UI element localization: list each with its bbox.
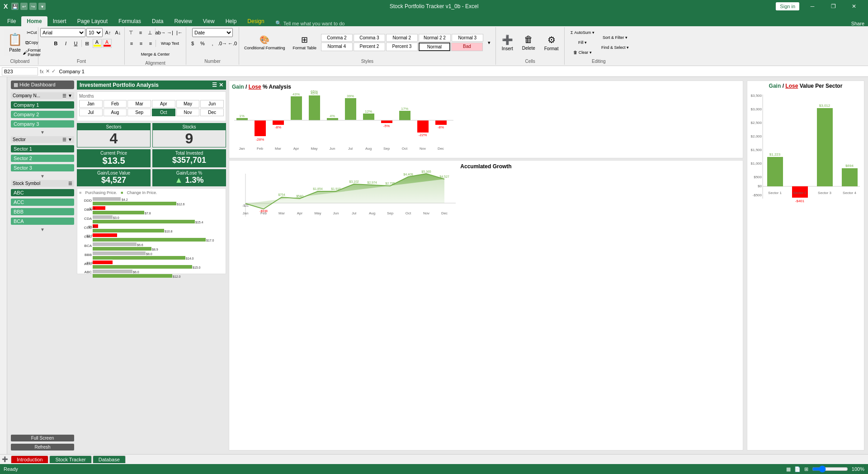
month-aug[interactable]: Aug [104, 109, 127, 116]
view-normal-icon[interactable]: ▦ [786, 466, 791, 472]
sector-2-item[interactable]: Sector 2 [11, 155, 74, 162]
align-bottom-button[interactable]: ⊥ [146, 28, 155, 37]
month-may[interactable]: May [176, 100, 200, 108]
percent2-style[interactable]: Percent 2 [354, 43, 385, 51]
formula-input[interactable] [57, 68, 866, 75]
font-size-select[interactable]: 10 [86, 28, 103, 37]
comma3-style[interactable]: Comma 3 [354, 34, 385, 42]
format-table-button[interactable]: ⊞ Format Table [290, 33, 320, 52]
tab-insert[interactable]: Insert [47, 16, 72, 26]
align-top-button[interactable]: ⊤ [127, 28, 136, 37]
confirm-formula-icon[interactable]: ✓ [52, 68, 56, 74]
minimize-button[interactable]: ─ [802, 0, 823, 13]
month-mar[interactable]: Mar [127, 100, 151, 108]
company-3-item[interactable]: Company 3 [11, 120, 74, 128]
sheet-tab-introduction[interactable]: Introduction [11, 455, 48, 463]
full-screen-button[interactable]: Full Screen [11, 435, 74, 441]
borders-button[interactable]: ⊞ [83, 39, 92, 48]
merge-center-button[interactable]: Merge & Center [141, 50, 170, 59]
normal4-style[interactable]: Normal 4 [321, 43, 353, 51]
copy-button[interactable]: ⧉ Copy [27, 38, 36, 47]
tab-design[interactable]: Design [242, 16, 269, 26]
restore-button[interactable]: ❐ [823, 0, 844, 13]
normal-style-selected[interactable]: Normal [419, 43, 450, 51]
increase-font-button[interactable]: A↑ [104, 28, 113, 37]
month-jan[interactable]: Jan [79, 100, 103, 108]
zoom-slider[interactable] [812, 465, 848, 473]
conditional-formatting-button[interactable]: 🎨 Conditional Formatting [241, 33, 288, 52]
month-jul[interactable]: Jul [79, 109, 103, 116]
decrease-decimal-button[interactable]: ←.0 [228, 39, 237, 48]
hide-dashboard-button[interactable]: ▦ Hide Dashboard [11, 81, 74, 89]
stock-bbb-item[interactable]: BBB [11, 208, 74, 215]
find-select-button[interactable]: Find & Select ▾ [599, 43, 631, 52]
styles-more-button[interactable]: ▾ [485, 38, 494, 47]
tab-help[interactable]: Help [220, 16, 242, 26]
align-center-button[interactable]: ≡ [137, 39, 146, 48]
normal22-style[interactable]: Normal 2 2 [419, 34, 451, 42]
percent-button[interactable]: % [198, 39, 207, 48]
company-1-item[interactable]: Company 1 [11, 101, 74, 109]
sheet-tab-database[interactable]: Database [93, 455, 126, 463]
tab-view[interactable]: View [198, 16, 220, 26]
italic-button[interactable]: I [61, 39, 71, 48]
align-left-button[interactable]: ≡ [127, 39, 136, 48]
companies-filter-icon[interactable]: ☰ ▼ [62, 93, 72, 98]
save-icon[interactable]: 💾 [11, 3, 19, 10]
tab-file[interactable]: File [2, 16, 21, 26]
sign-in-button[interactable]: Sign in [776, 2, 799, 10]
text-direction-button[interactable]: ab→ [156, 28, 165, 37]
normal3-style[interactable]: Normal 3 [452, 34, 483, 42]
percent3-style[interactable]: Percent 3 [386, 43, 418, 51]
bold-button[interactable]: B [52, 39, 61, 48]
number-format-select[interactable]: Date [192, 28, 233, 37]
tab-data[interactable]: Data [146, 16, 169, 26]
normal2-style[interactable]: Normal 2 [386, 34, 418, 42]
stock-symbol-filter-icon[interactable]: ☰ [68, 181, 72, 186]
close-button[interactable]: ✕ [844, 0, 864, 13]
font-name-select[interactable]: Arial [40, 28, 85, 37]
month-dec[interactable]: Dec [200, 109, 224, 116]
increase-decimal-button[interactable]: .0→ [218, 39, 227, 48]
clear-button[interactable]: 🗑 Clear ▾ [566, 48, 598, 57]
cancel-formula-icon[interactable]: ✕ [46, 68, 50, 74]
tab-formulas[interactable]: Formulas [113, 16, 146, 26]
redo-icon[interactable]: ↪ [29, 3, 37, 10]
sectors-scroll-down[interactable]: ▼ [11, 174, 74, 179]
cut-button[interactable]: ✂ Cut [27, 28, 36, 37]
indent-increase-button[interactable]: →| [165, 28, 175, 37]
month-jun[interactable]: Jun [200, 100, 224, 108]
comma2-style[interactable]: Comma 2 [321, 34, 353, 42]
view-page-layout-icon[interactable]: 📄 [794, 466, 801, 472]
company-2-item[interactable]: Company 2 [11, 111, 74, 118]
align-middle-button[interactable]: ≡ [136, 28, 145, 37]
investment-panel-close-icon[interactable]: ✕ [219, 82, 223, 88]
companies-scroll-down[interactable]: ▼ [11, 130, 74, 135]
sector-filter-icon[interactable]: ☰ ▼ [62, 137, 72, 142]
sheet-tab-stock-tracker[interactable]: Stock Tracker [49, 455, 91, 463]
view-page-break-icon[interactable]: ⊞ [804, 466, 808, 472]
bad-style[interactable]: Bad [451, 43, 483, 51]
share-button[interactable]: Share [851, 21, 864, 26]
fill-color-button[interactable]: A [93, 39, 102, 48]
add-sheet-icon[interactable]: ➕ [2, 456, 8, 462]
customize-icon[interactable]: ▾ [38, 3, 46, 10]
undo-icon[interactable]: ↩ [20, 3, 28, 10]
investment-panel-menu-icon[interactable]: ☰ [212, 82, 217, 88]
month-feb[interactable]: Feb [104, 100, 127, 108]
month-apr[interactable]: Apr [152, 100, 175, 108]
sort-filter-button[interactable]: Sort & Filter ▾ [599, 33, 631, 42]
autosum-button[interactable]: Σ AutoSum ▾ [566, 28, 598, 37]
wrap-text-button[interactable]: Wrap Text [156, 39, 184, 48]
sector-3-item[interactable]: Sector 3 [11, 164, 74, 171]
name-box[interactable] [2, 67, 38, 76]
tell-me-input[interactable]: Tell me what you want to do [283, 21, 345, 26]
tab-review[interactable]: Review [169, 16, 197, 26]
format-button[interactable]: ⚙ Format [540, 29, 563, 56]
month-sep[interactable]: Sep [127, 109, 151, 116]
month-nov[interactable]: Nov [176, 109, 200, 116]
delete-button[interactable]: 🗑 Delete [518, 29, 539, 56]
font-color-button[interactable]: A [103, 39, 112, 48]
stock-acc-item[interactable]: ACC [11, 199, 74, 206]
comma-button[interactable]: , [208, 39, 217, 48]
